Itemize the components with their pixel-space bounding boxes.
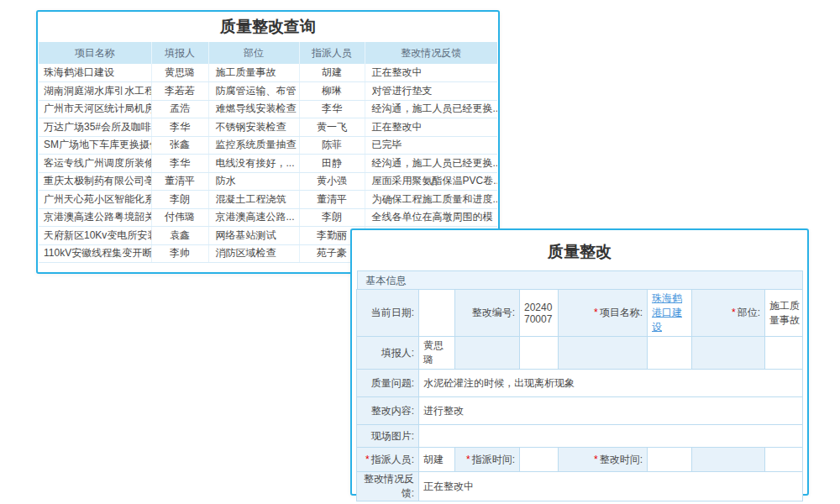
- table-row: 万达广场35#会所及咖啡厅 李华 不锈钢安装检查 黄一飞 正在整改中: [39, 118, 497, 137]
- project-link[interactable]: 客运专线广州调度所装修项: [39, 155, 151, 173]
- table-row: SM广场地下车库更换摄像 张鑫 监控系统质量抽查 陈菲 已完毕: [39, 136, 497, 155]
- project-name-label: *项目名称:: [559, 290, 648, 337]
- part-cell: 混凝土工程浇筑: [208, 191, 299, 209]
- reporter-link[interactable]: 董清平: [151, 172, 208, 191]
- assignee-link[interactable]: 胡建: [299, 64, 365, 82]
- part-cell: 防腐管运输、布管: [208, 82, 299, 101]
- reporter-link[interactable]: 李帅: [151, 244, 208, 263]
- part-cell: 难燃导线安装检查: [208, 100, 299, 118]
- rectification-content-value: 进行整改: [419, 397, 803, 425]
- assignee-label: *指派人员:: [357, 448, 419, 472]
- empty-field[interactable]: [765, 448, 803, 472]
- project-link[interactable]: 湖南洞庭湖水库引水工程施: [39, 82, 151, 101]
- rectification-content-label: 整改内容:: [357, 397, 419, 425]
- part-cell: 施工质量事故: [208, 64, 299, 82]
- table-row: 广州市天河区统计局机房改 孟浩 难燃导线安装检查 李华 经沟通，施工人员已经更换…: [39, 100, 497, 118]
- part-cell: 防水: [208, 172, 299, 191]
- empty-field[interactable]: [765, 337, 803, 370]
- reporter-link[interactable]: 付伟璐: [151, 208, 208, 227]
- current-date-label: 当前日期:: [357, 290, 419, 337]
- empty-cell: [559, 337, 648, 370]
- required-marker: *: [466, 454, 470, 465]
- feedback-cell: 为确保工程施工质量和进度...: [365, 191, 497, 209]
- query-table-header-row: 项目名称 填报人 部位 指派人员 整改情况反馈: [39, 42, 497, 64]
- project-link[interactable]: 广州天心苑小区智能化系统: [39, 191, 151, 209]
- assignee-link[interactable]: 李朗: [299, 208, 365, 227]
- feedback-cell: 屋面采用聚氨酯保温PVC卷...: [365, 172, 497, 191]
- part-cell: 京港澳高速公路...: [208, 208, 299, 227]
- part-value: 施工质量事故: [765, 290, 803, 337]
- reporter-link[interactable]: 张鑫: [151, 136, 208, 155]
- assignee-value: 胡建: [419, 448, 455, 472]
- table-row: 重庆太极制药有限公司亳州 董清平 防水 黄小强 屋面采用聚氨酯保温PVC卷...: [39, 172, 497, 191]
- rectification-form-table: 当前日期: 整改编号: 2024070007 *项目名称: 珠海鹤港口建设 *部…: [356, 289, 803, 501]
- query-panel-title: 质量整改查询: [38, 12, 498, 42]
- project-name-link[interactable]: 珠海鹤港口建设: [652, 292, 682, 333]
- assignee-link[interactable]: 董清平: [299, 191, 365, 209]
- feedback-cell: 已完毕: [365, 136, 497, 155]
- required-marker: *: [732, 307, 736, 318]
- table-row: 京港澳高速公路粤境韶关至 付伟璐 京港澳高速公路... 李朗 全线各单位在高墩周…: [39, 208, 497, 227]
- assign-time-label: *指派时间:: [455, 448, 520, 472]
- site-picture-field[interactable]: [419, 425, 803, 448]
- part-cell: 不锈钢安装检查: [208, 118, 299, 137]
- rectification-no-value: 2024070007: [520, 290, 559, 337]
- site-picture-label: 现场图片:: [357, 425, 419, 448]
- feedback-cell: 经沟通，施工人员已经更换...: [365, 155, 497, 173]
- table-row: 珠海鹤港口建设 黄思璐 施工质量事故 胡建 正在整改中: [39, 64, 497, 82]
- table-row: 客运专线广州调度所装修项 李华 电线没有接好，... 田静 经沟通，施工人员已经…: [39, 155, 497, 173]
- assignee-link[interactable]: 黄小强: [299, 172, 365, 191]
- empty-cell: [455, 337, 520, 370]
- feedback-cell: 正在整改中: [365, 64, 497, 82]
- assignee-link[interactable]: 陈菲: [299, 136, 365, 155]
- part-cell: 网络基站测试: [208, 227, 299, 245]
- quality-issue-label: 质量问题:: [357, 370, 419, 397]
- feedback-cell: 正在整改中: [365, 118, 497, 137]
- reporter-link[interactable]: 李朗: [151, 191, 208, 209]
- reporter-link[interactable]: 李若若: [151, 82, 208, 101]
- assignee-link[interactable]: 田静: [299, 155, 365, 173]
- project-link[interactable]: 110kV安徽线程集变开断线: [39, 244, 151, 263]
- feedback-label: 整改情况反馈:: [357, 472, 419, 501]
- project-link[interactable]: 京港澳高速公路粤境韶关至: [39, 208, 151, 227]
- project-link[interactable]: 广州市天河区统计局机房改: [39, 100, 151, 118]
- empty-cell: [692, 448, 765, 472]
- quality-rectification-form-panel: 质量整改 基本信息 当前日期: 整改编号: 2024070007 *项目名称: …: [350, 228, 809, 496]
- assignee-link[interactable]: 柳琳: [299, 82, 365, 101]
- project-link[interactable]: 天府新区10Kv变电所安装工: [39, 227, 151, 245]
- table-row: 广州天心苑小区智能化系统 李朗 混凝土工程浇筑 董清平 为确保工程施工质量和进度…: [39, 191, 497, 209]
- part-label: *部位:: [692, 290, 765, 337]
- project-link[interactable]: SM广场地下车库更换摄像: [39, 136, 151, 155]
- required-marker: *: [594, 454, 598, 465]
- project-link[interactable]: 珠海鹤港口建设: [39, 64, 151, 82]
- quality-issue-value: 水泥砼灌注的时候，出现离析现象: [419, 370, 803, 397]
- current-date-field[interactable]: [419, 290, 455, 337]
- col-header-project-name: 项目名称: [39, 42, 151, 64]
- project-name-cell: 珠海鹤港口建设: [648, 290, 692, 337]
- col-header-feedback: 整改情况反馈: [365, 42, 497, 64]
- rectification-no-label: 整改编号:: [455, 290, 520, 337]
- reporter-link[interactable]: 李华: [151, 118, 208, 137]
- project-link[interactable]: 重庆太极制药有限公司亳州: [39, 172, 151, 191]
- reporter-link[interactable]: 李华: [151, 155, 208, 173]
- reporter-link[interactable]: 黄思璐: [151, 64, 208, 82]
- reporter-link[interactable]: 孟浩: [151, 100, 208, 118]
- col-header-part: 部位: [208, 42, 299, 64]
- reporter-value: 黄思璐: [419, 337, 455, 370]
- assign-time-field[interactable]: [520, 448, 559, 472]
- empty-field[interactable]: [520, 337, 559, 370]
- assignee-link[interactable]: 黄一飞: [299, 118, 365, 137]
- project-link[interactable]: 万达广场35#会所及咖啡厅: [39, 118, 151, 137]
- feedback-cell: 经沟通，施工人员已经更换...: [365, 100, 497, 118]
- required-marker: *: [594, 307, 598, 318]
- part-cell: 消防区域检查: [208, 244, 299, 263]
- col-header-reporter: 填报人: [151, 42, 208, 64]
- feedback-cell: 对管进行垫支: [365, 82, 497, 101]
- assignee-link[interactable]: 李华: [299, 100, 365, 118]
- table-row: 湖南洞庭湖水库引水工程施 李若若 防腐管运输、布管 柳琳 对管进行垫支: [39, 82, 497, 101]
- part-cell: 监控系统质量抽查: [208, 136, 299, 155]
- empty-field[interactable]: [648, 337, 692, 370]
- form-panel-title: 质量整改: [352, 230, 807, 269]
- reporter-link[interactable]: 袁鑫: [151, 227, 208, 245]
- rectify-time-field[interactable]: [648, 448, 692, 472]
